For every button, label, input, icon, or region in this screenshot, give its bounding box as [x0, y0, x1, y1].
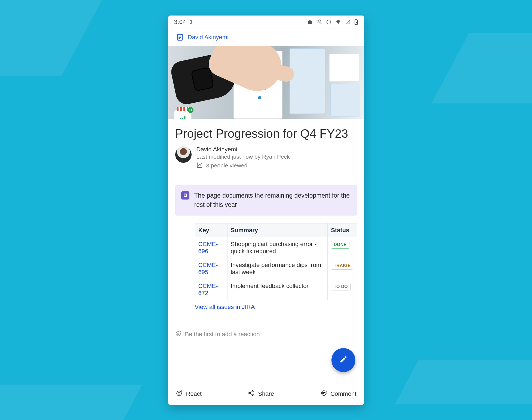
- svg-point-16: [252, 391, 253, 392]
- bg-decor: [0, 0, 102, 76]
- table-row: CCME-695Investigate performance dips fro…: [195, 258, 357, 279]
- issue-key-link[interactable]: CCME-696: [198, 241, 218, 255]
- svg-rect-0: [308, 21, 312, 24]
- mute-icon: [317, 19, 322, 25]
- svg-point-12: [177, 391, 181, 396]
- page-content: Project Progression for Q4 FY23 David Ak…: [168, 119, 364, 314]
- svg-point-9: [176, 332, 180, 336]
- reaction-prompt-text: Be the first to add a reaction: [185, 331, 260, 338]
- dnd-icon: [326, 19, 331, 25]
- issue-summary: Implement feedback collector: [227, 279, 327, 300]
- hero-image: »I +1: [168, 46, 364, 119]
- viewed-text: 3 people viewed: [206, 162, 248, 169]
- analytics-icon: [196, 162, 203, 170]
- view-all-link[interactable]: View all issues in JIRA: [195, 303, 357, 311]
- table-row: CCME-672Implement feedback collectorTO D…: [195, 279, 357, 300]
- info-panel: The page documents the remaining develop…: [175, 185, 357, 216]
- col-summary: Summary: [227, 223, 327, 237]
- comment-label: Comment: [330, 390, 356, 397]
- col-status: Status: [328, 223, 357, 237]
- comment-icon: [320, 390, 327, 398]
- jira-table: Key Summary Status CCME-696Shopping cart…: [195, 223, 357, 300]
- bottom-bar: React Share Comment: [168, 383, 364, 405]
- edit-fab[interactable]: [331, 348, 355, 372]
- document-icon: [176, 33, 184, 41]
- modified-text: Last modified just now by Ryan Peck: [196, 154, 290, 160]
- react-button[interactable]: React: [176, 390, 202, 398]
- svg-rect-7: [184, 194, 186, 195]
- col-key: Key: [195, 223, 227, 237]
- status-badge: TRAIGE: [331, 262, 353, 269]
- react-label: React: [186, 390, 202, 397]
- battery-icon: [354, 19, 358, 25]
- svg-point-14: [179, 393, 180, 393]
- svg-point-15: [249, 393, 250, 394]
- avatar[interactable]: [175, 146, 192, 163]
- panel-note-icon: [181, 191, 189, 200]
- breadcrumb: David Akinyemi: [168, 29, 364, 46]
- svg-point-11: [179, 333, 179, 333]
- info-panel-text: The page documents the remaining develop…: [194, 191, 351, 210]
- calendar-sticker-icon: »I +1: [174, 110, 192, 119]
- issue-summary: Shopping cart purchasing error - quick f…: [227, 237, 327, 258]
- comment-button[interactable]: Comment: [320, 390, 356, 398]
- svg-point-13: [178, 393, 179, 393]
- status-badge: TO DO: [331, 283, 350, 290]
- viewed-row[interactable]: 3 people viewed: [196, 162, 290, 170]
- share-icon: [248, 390, 255, 398]
- device-frame: 3:04: [168, 16, 364, 405]
- reaction-icon: [176, 390, 183, 398]
- briefcase-icon: [307, 19, 313, 25]
- pencil-icon: [339, 355, 348, 365]
- svg-point-10: [177, 333, 178, 333]
- signal-icon: [345, 19, 350, 25]
- bg-decor: [395, 360, 532, 404]
- sync-icon: [189, 20, 194, 24]
- status-bar: 3:04: [168, 16, 364, 29]
- svg-rect-8: [184, 195, 186, 196]
- table-header-row: Key Summary Status: [195, 223, 357, 237]
- share-button[interactable]: Share: [248, 390, 274, 398]
- svg-point-17: [252, 394, 253, 396]
- reaction-prompt[interactable]: Be the first to add a reaction: [168, 330, 364, 338]
- page-title: Project Progression for Q4 FY23: [175, 126, 357, 142]
- bg-decor: [0, 385, 142, 420]
- bg-decor: [432, 33, 532, 103]
- author-name[interactable]: David Akinyemi: [196, 146, 290, 153]
- breadcrumb-author-link[interactable]: David Akinyemi: [188, 34, 229, 41]
- status-time: 3:04: [174, 19, 186, 26]
- issue-summary: Investigate performance dips from last w…: [227, 258, 327, 279]
- issue-key-link[interactable]: CCME-695: [198, 262, 218, 275]
- wifi-icon: [335, 19, 341, 25]
- status-badge: DONE: [331, 241, 349, 249]
- add-reaction-icon: [175, 330, 182, 338]
- table-row: CCME-696Shopping cart purchasing error -…: [195, 237, 357, 258]
- byline: David Akinyemi Last modified just now by…: [175, 146, 357, 170]
- svg-rect-3: [356, 19, 357, 20]
- issue-key-link[interactable]: CCME-672: [198, 283, 218, 296]
- share-label: Share: [258, 390, 274, 397]
